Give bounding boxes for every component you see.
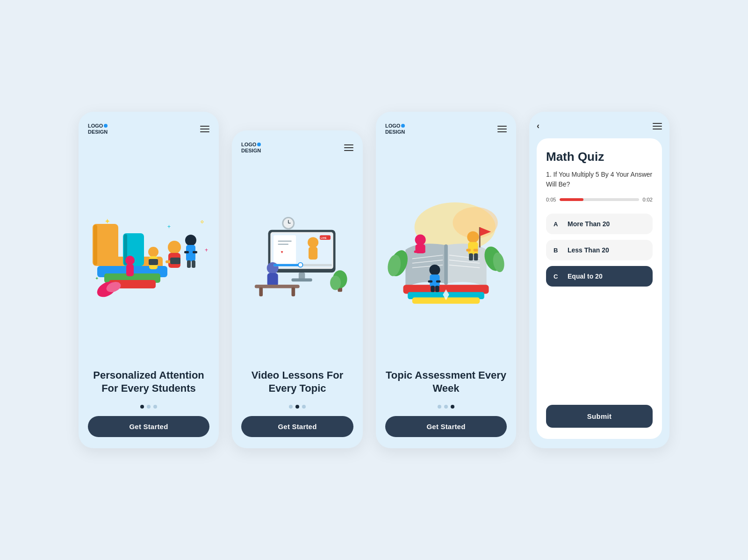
svg-point-71 — [415, 235, 426, 245]
svg-rect-61 — [444, 244, 448, 285]
svg-rect-46 — [292, 279, 312, 282]
back-icon[interactable]: ‹ — [537, 121, 539, 131]
quiz-menu-icon[interactable] — [653, 123, 662, 129]
svg-rect-36 — [273, 235, 296, 264]
svg-rect-48 — [267, 273, 278, 287]
svg-rect-20 — [126, 264, 134, 276]
option-a-text: More Than 20 — [568, 220, 610, 228]
card2-illustration: LIVE ♥ — [241, 161, 353, 361]
svg-rect-88 — [435, 286, 439, 292]
question-text: If You Multiply 5 By 4 Your Answer Will … — [546, 171, 652, 188]
option-b-letter: B — [554, 247, 562, 254]
svg-point-83 — [429, 265, 440, 275]
svg-rect-50 — [259, 287, 263, 296]
svg-rect-80 — [474, 253, 478, 260]
svg-text:+: + — [205, 247, 208, 253]
phone-card-3: LOGODESIGN — [376, 112, 516, 448]
svg-rect-76 — [468, 242, 478, 255]
card1-logo-text: LOGODESIGN — [88, 123, 108, 135]
card3-illus-svg — [385, 198, 507, 306]
svg-rect-18 — [192, 260, 195, 268]
card1-illus-svg: ✦ + ⋄ + ✦ — [88, 201, 209, 303]
svg-text:♥: ♥ — [280, 250, 283, 254]
phone-card-2: LOGODESIGN — [232, 130, 363, 448]
svg-point-13 — [185, 235, 196, 246]
svg-text:✦: ✦ — [95, 276, 99, 281]
card3-get-started-btn[interactable]: Get Started — [385, 416, 507, 437]
option-c[interactable]: C Equal to 20 — [546, 266, 653, 287]
dot-2 — [444, 405, 448, 409]
card2-logo-text: LOGODESIGN — [241, 142, 261, 154]
dot-3 — [153, 405, 157, 409]
card2-get-started-btn[interactable]: Get Started — [241, 416, 353, 437]
svg-rect-74 — [421, 251, 425, 253]
option-a[interactable]: A More Than 20 — [546, 214, 653, 234]
timer-end: 0:02 — [643, 197, 653, 202]
svg-point-21 — [148, 247, 158, 257]
card1-menu-icon[interactable] — [200, 126, 209, 132]
dot-2 — [295, 405, 299, 409]
card2-header: LOGODESIGN — [241, 142, 353, 154]
card1-get-started-btn[interactable]: Get Started — [88, 416, 209, 437]
card2-title: Video Lessons For Every Topic — [241, 369, 353, 395]
quiz-inner: Math Quiz 1. If You Multiply 5 By 4 Your… — [537, 138, 662, 439]
phone-card-1: LOGODESIGN — [79, 112, 219, 448]
card1-dots — [140, 405, 157, 409]
card1-logo: LOGODESIGN — [88, 123, 108, 135]
svg-rect-73 — [414, 251, 419, 253]
option-b-text: Less Than 20 — [568, 246, 609, 254]
svg-text:+: + — [167, 223, 171, 230]
option-b[interactable]: B Less Than 20 — [546, 240, 653, 260]
svg-rect-12 — [170, 258, 180, 264]
question-number: 1. — [546, 171, 552, 178]
svg-rect-57 — [273, 264, 301, 266]
dot-1 — [289, 405, 293, 409]
card3-dots — [438, 405, 454, 409]
svg-rect-51 — [292, 287, 295, 296]
option-a-letter: A — [554, 221, 562, 228]
svg-rect-79 — [469, 253, 473, 260]
svg-rect-5 — [94, 225, 97, 265]
option-c-letter: C — [554, 273, 562, 280]
card2-menu-icon[interactable] — [344, 144, 353, 151]
dot-2 — [147, 405, 151, 409]
svg-rect-17 — [187, 260, 191, 268]
card2-logo: LOGODESIGN — [241, 142, 261, 154]
card3-illustration — [385, 143, 507, 361]
timer-bar-bg — [560, 198, 639, 201]
phone-card-4: ‹ Math Quiz 1. If You Multiply 5 By 4 Yo… — [529, 112, 669, 448]
card1-illustration: ✦ + ⋄ + ✦ — [88, 143, 209, 361]
svg-rect-35 — [309, 247, 317, 259]
dot-1 — [438, 405, 441, 409]
svg-rect-15 — [184, 251, 189, 253]
option-c-text: Equal to 20 — [568, 273, 603, 280]
quiz-title: Math Quiz — [546, 150, 653, 164]
svg-text:LIVE: LIVE — [321, 237, 327, 239]
dot-3 — [302, 405, 306, 409]
quiz-header: ‹ — [537, 121, 662, 131]
card3-menu-icon[interactable] — [497, 126, 507, 132]
dot-3 — [451, 405, 454, 409]
timer-start: 0:05 — [546, 197, 556, 202]
submit-btn[interactable]: Submit — [546, 405, 653, 428]
card2-illus-svg: LIVE ♥ — [241, 215, 353, 308]
card1-title: Personalized Attention For Every Student… — [88, 369, 209, 395]
svg-point-75 — [467, 231, 479, 243]
quiz-question: 1. If You Multiply 5 By 4 Your Answer Wi… — [546, 170, 653, 189]
svg-text:✦: ✦ — [104, 217, 110, 225]
card3-header: LOGODESIGN — [385, 123, 507, 135]
svg-rect-87 — [431, 286, 435, 292]
timer-bar: 0:05 0:02 — [546, 197, 653, 202]
timer-bar-fill — [560, 198, 583, 201]
svg-point-47 — [267, 262, 279, 274]
svg-point-19 — [125, 256, 135, 265]
svg-rect-77 — [466, 249, 471, 251]
svg-point-54 — [330, 276, 341, 290]
card3-title: Topic Assessment Every Week — [385, 369, 507, 395]
svg-rect-85 — [428, 280, 432, 283]
dot-1 — [140, 405, 144, 409]
card1-header: LOGODESIGN — [88, 123, 209, 135]
svg-point-34 — [308, 237, 318, 248]
svg-point-8 — [168, 241, 181, 254]
svg-rect-16 — [193, 251, 197, 253]
